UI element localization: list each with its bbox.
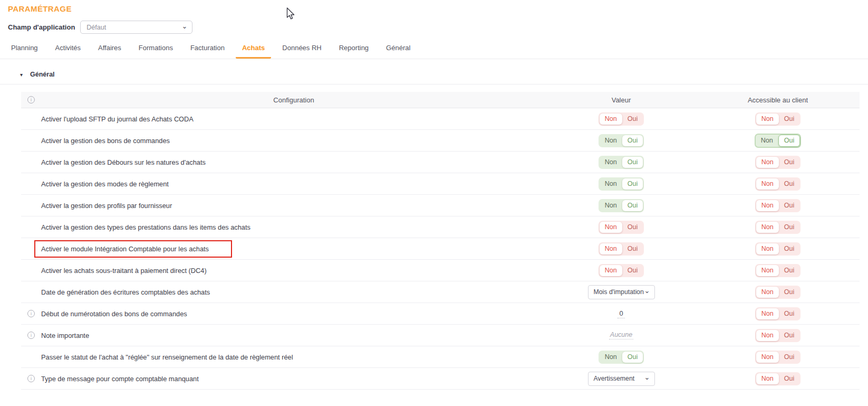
chevron-down-icon: ⌄ [181,24,187,29]
toggle-option-non[interactable]: Non [756,135,778,146]
tab-activites[interactable]: Activités [49,39,87,59]
toggle-option-oui[interactable]: Oui [779,308,799,319]
accessible-cell: NonOui [696,264,860,277]
toggle-option-oui[interactable]: Oui [779,265,799,276]
toggle-option-non[interactable]: Non [756,157,779,168]
table-header-row: i Configuration Valeur Accessible au cli… [21,92,860,108]
tabs: PlanningActivitésAffairesFormationsFactu… [0,39,868,59]
table-row: i Début de numérotation des bons de comm… [21,303,860,325]
config-label: Date de génération des écritures comptab… [41,288,210,296]
toggle-option-non[interactable]: Non [600,243,622,254]
toggle-option-non[interactable]: Non [600,222,622,233]
value-text-field[interactable]: Aucune [609,331,633,339]
scope-row: Champ d'application Défaut ⌄ [8,21,868,34]
toggle-option-oui[interactable]: Oui [622,178,643,190]
table-row: Activer la gestion des modes de règlemen… [21,173,860,195]
accessible-cell: NonOui [696,199,860,212]
tab-donnees-rh[interactable]: Données RH [276,39,327,59]
toggle-option-non[interactable]: Non [600,352,622,363]
toggle-option-oui[interactable]: Oui [779,114,799,125]
table-row: Activer les achats sous-traitant à paiem… [21,260,860,281]
value-number-field[interactable]: 0 [618,309,624,318]
toggle-option-oui[interactable]: Oui [622,157,643,168]
tab-achats[interactable]: Achats [236,39,271,59]
toggle-option-oui[interactable]: Oui [778,135,800,147]
toggle-option-non[interactable]: Non [756,114,779,125]
table-row: Date de génération des écritures comptab… [21,281,860,303]
page-title: PARAMÉTRAGE [8,4,868,13]
info-icon[interactable]: i [27,96,35,103]
toggle-option-non[interactable]: Non [756,352,779,363]
toggle-option-non[interactable]: Non [756,265,779,276]
toggle-option-oui[interactable]: Oui [622,135,643,146]
toggle-option-oui[interactable]: Oui [622,200,643,211]
toggle-option-oui[interactable]: Oui [622,243,643,254]
tab-general[interactable]: Général [380,39,417,59]
toggle-option-oui[interactable]: Oui [779,178,799,190]
toggle-option-non[interactable]: Non [600,114,622,125]
table-row: i Note importante Aucune NonOui [21,325,860,346]
toggle-option-oui[interactable]: Oui [779,243,799,254]
accessible-cell: NonOui [696,372,860,385]
toggle-option-oui[interactable]: Oui [779,157,799,168]
header-valeur: Valeur [546,96,696,104]
section-header-general[interactable]: ▾ Général [0,71,868,84]
value-cell: Mois d'imputation⌄ [546,285,696,299]
config-label: Activer la gestion des profils par fourn… [41,202,172,210]
caret-down-icon: ▾ [20,72,23,78]
toggle-option-oui[interactable]: Oui [779,352,799,363]
info-icon[interactable]: i [27,332,35,339]
toggle-option-non[interactable]: Non [756,178,779,190]
toggle-option-non[interactable]: Non [756,330,779,341]
toggle-option-non[interactable]: Non [600,178,622,190]
scope-select-value: Défaut [86,24,106,31]
toggle-non: NonOui [599,112,644,126]
accessible-cell: NonOui [696,307,860,320]
tab-affaires[interactable]: Affaires [92,39,128,59]
toggle-option-oui[interactable]: Oui [622,114,643,125]
toggle-option-non[interactable]: Non [600,265,622,276]
toggle-option-non[interactable]: Non [756,222,779,233]
table-row: Activer la gestion des profils par fourn… [21,195,860,216]
toggle-option-non[interactable]: Non [600,135,622,146]
toggle-option-non[interactable]: Non [756,243,779,254]
value-select[interactable]: Avertissement⌄ [588,372,655,386]
toggle-non: NonOui [755,177,801,191]
scope-select[interactable]: Défaut ⌄ [80,21,192,34]
toggle-option-non[interactable]: Non [600,157,622,168]
accessible-cell: NonOui [696,134,860,148]
table-row: Activer la gestion des bons de commandes… [21,130,860,152]
toggle-option-non[interactable]: Non [756,200,779,211]
toggle-non: NonOui [755,307,801,320]
toggle-option-non[interactable]: Non [756,287,779,298]
parametrage-page: PARAMÉTRAGE Champ d'application Défaut ⌄… [0,0,868,390]
info-icon[interactable]: i [27,375,35,382]
tab-formations[interactable]: Formations [132,39,179,59]
toggle-option-oui[interactable]: Oui [779,373,799,384]
toggle-option-oui[interactable]: Oui [622,352,643,363]
toggle-option-oui[interactable]: Oui [622,222,643,233]
value-cell: NonOui [546,199,696,212]
accessible-cell: NonOui [696,242,860,256]
config-label: Activer la gestion des Débours sur les n… [41,158,206,166]
toggle-option-oui[interactable]: Oui [622,265,643,276]
tab-reporting[interactable]: Reporting [333,39,375,59]
toggle-non: NonOui [755,112,801,126]
toggle-option-non[interactable]: Non [600,200,622,211]
toggle-oui: NonOui [599,199,644,212]
toggle-option-non[interactable]: Non [756,373,779,384]
toggle-option-oui[interactable]: Oui [779,222,799,233]
toggle-option-oui[interactable]: Oui [779,287,799,298]
toggle-non: NonOui [755,351,801,364]
tab-facturation[interactable]: Facturation [184,39,231,59]
toggle-oui: NonOui [755,134,801,148]
toggle-option-oui[interactable]: Oui [779,200,799,211]
toggle-non: NonOui [755,221,801,234]
info-icon[interactable]: i [27,310,35,317]
toggle-non: NonOui [599,221,644,234]
toggle-option-oui[interactable]: Oui [779,330,799,341]
value-select[interactable]: Mois d'imputation⌄ [588,285,655,299]
toggle-oui: NonOui [599,351,644,364]
toggle-option-non[interactable]: Non [756,308,779,319]
tab-planning[interactable]: Planning [5,39,44,59]
